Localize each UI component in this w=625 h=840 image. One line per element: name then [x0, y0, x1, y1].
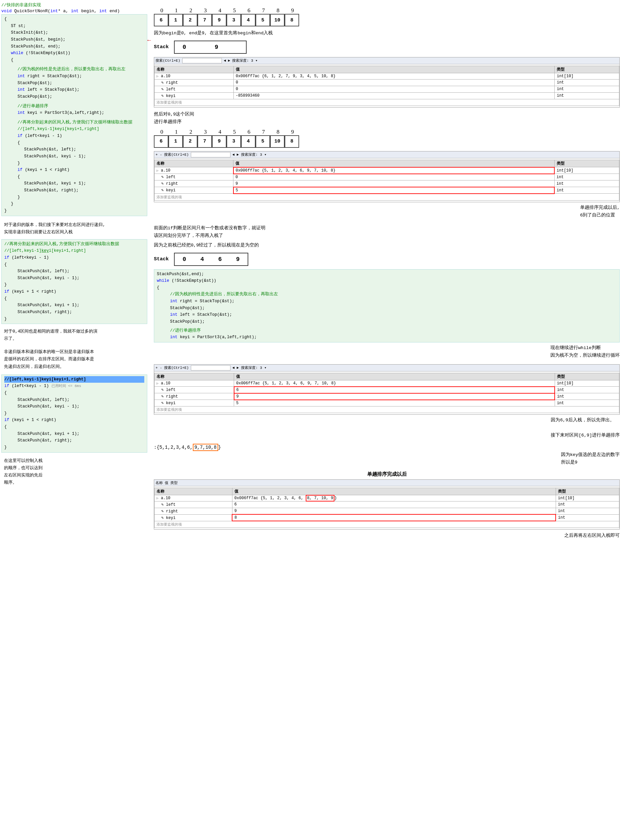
annotation-stack-empty: 因为之前栈已经把0,9经过了，所以栈现在是为空的 [154, 242, 620, 250]
debugger-4: 名称 值 类型 名称 值 类型 ▷ a.10 0x006ff7ac {5, 1,… [154, 479, 620, 530]
table-row: ✎ left 6 int [154, 501, 619, 508]
array-section-2: 0 1 2 3 4 5 6 7 8 9 6 1 2 7 9 3 4 5 10 [154, 129, 620, 148]
annotation-single-done: 单趟排序完成以后,6到了自己的位置 [580, 204, 620, 219]
table-row: ✎ right 0 int [154, 79, 619, 86]
section-title: //快排的非递归实现 [1, 2, 147, 8]
add-watch-row[interactable]: 添加要监视的项 [154, 406, 619, 413]
add-watch-row[interactable]: 添加要监视的项 [154, 99, 619, 105]
add-watch-row[interactable]: 添加要监视的项 [154, 521, 619, 528]
annotation-recursive: 对于递归的版本，我们接下来要对左右区间进行递归, 实现非递归我们就要让左右区间入… [1, 220, 147, 237]
array-values-top: 6 1 2 7 9 3 4 5 10 8 [154, 14, 620, 26]
array-indices-hw2: 0 1 2 3 4 5 6 7 8 9 [154, 129, 620, 135]
debugger-2: + - 搜索(Ctrl+E) ◄ ► 搜索深度: 3 ▾ 名称 值 类型 ▷ a… [154, 151, 620, 202]
debugger-1-table: 名称 值 类型 ▷ a.10 0x006ff7ac {6, 1, 2, 7, 9… [154, 66, 619, 106]
annotation-control: 在这里可以控制入栈 的顺序，也可以达到 左右区间实现的先后 顺序。 [1, 456, 147, 488]
annotation-key9: 因为key值选的是左边的数字所以是9 [561, 451, 620, 466]
table-row: ✎ keyi 5 int [154, 187, 619, 194]
annotation-begin-end: 因为begin是0, end是9, 在这里首先将begin和end入栈 [154, 30, 620, 37]
table-row: ▷ a.10 0x006ff7ac {6, 1, 2, 7, 9, 3, 4, … [154, 73, 619, 79]
table-row: ✎ right 9 int [154, 180, 619, 187]
debugger-2-table: 名称 值 类型 ▷ a.10 0x006ff7ac {5, 1, 2, 3, 4… [154, 160, 619, 201]
code-while-section: StackPush(&st,end); while (!StackEmpty(&… [154, 269, 620, 343]
add-watch-row[interactable]: 添加要监视的项 [154, 194, 619, 201]
table-row: ✎ keyi 5 int [154, 400, 619, 406]
table-row: ✎ left 6 int [154, 387, 619, 393]
annotation-single-sort: 然后对0,9这个区间进行单趟排序 [154, 111, 620, 126]
debugger-1-search-input[interactable] [182, 58, 222, 64]
debugger-2-search-input[interactable] [191, 152, 230, 157]
table-row: ✎ left 0 int [154, 86, 619, 92]
single-sort-done-title: 单趟排序完成以后 [154, 471, 620, 477]
table-row: ▷ a.10 0x006ff7ac {5, 1, 2, 3, 4, 6, 9, … [154, 380, 619, 387]
table-row: ✎ keyi 8 int [154, 515, 619, 521]
debugger-2-searchbar: + - 搜索(Ctrl+E) ◄ ► 搜索深度: 3 ▾ [154, 152, 619, 158]
array-section-top: 0 1 2 3 4 5 6 7 8 9 6 1 2 7 9 3 4 5 [154, 7, 620, 26]
right-column: 0 1 2 3 4 5 6 7 8 9 6 1 2 7 9 3 4 5 [149, 0, 625, 544]
debugger-3-searchbar: + - 搜索(Ctrl+E) ◄ ► 搜索深度: 3 ▾ [154, 364, 619, 372]
code-block-final: //[left,keyi-1]keyi[keyi+1,right] if (le… [1, 375, 147, 453]
array-values-2: 6 1 2 7 9 3 4 5 10 8 [154, 135, 620, 148]
annotation-04: 对于0,4区间也是相同的道理，我就不做过多的演 示了。 [1, 327, 147, 344]
page-container: //快排的非递归实现 void QuickSortNonR(int* a, in… [0, 0, 625, 544]
table-row: ✎ keyi -858993460 int [154, 92, 619, 99]
function-header: void QuickSortNonR(int* a, int begin, in… [1, 9, 147, 14]
annotation-while: 现在继续进行while判断 因为栈不为空，所以继续进行循环 [550, 344, 620, 360]
annotation-pop69: 因为6,9后入栈，所以先弹出。 接下来对区间[6,9]进行单趟排序 [551, 417, 620, 439]
table-row: ✎ right 9 int [154, 508, 619, 515]
table-row: ✎ right 9 int [154, 393, 619, 400]
annotation-diff: 非递归版本和递归版本的唯一区别是非递归版本 是循环的右区间，在排序左区间。而递归… [1, 347, 147, 372]
table-row: ▷ a.10 0x006ff7ac {5, 1, 2, 3, 4, 6, 9, … [154, 167, 619, 174]
function-name: QuickSortNonR( [14, 9, 50, 14]
left-column: //快排的非递归实现 void QuickSortNonR(int* a, in… [0, 0, 149, 544]
code-block-main: { ST st; StackInit(&st); StackPush(&st, … [1, 14, 147, 216]
debugger-3-table: 名称 值 类型 ▷ a.10 0x006ff7ac {5, 1, 2, 3, 4… [154, 373, 619, 414]
array-indices-hw: 0 1 2 3 4 5 6 7 8 9 [154, 7, 620, 14]
annotation-push-lr: 之后再将左右区间入栈即可 [564, 532, 620, 540]
debugger-1: 搜索(Ctrl+E) ◄ ► 搜索深度: 3 ▾ 名称 值 类型 ▷ a.10 [154, 57, 620, 108]
stack-initial: Stack 0 9 [154, 40, 620, 54]
array-sequence: :{5,1,2,3,4,6,9,7,10,8} [154, 445, 620, 450]
stack-after: Stack 0 4 6 9 [154, 253, 620, 266]
code-block-push: //再将分割起来的区间入栈,方便我们下次循环继续取出数据 //[left,key… [1, 239, 147, 324]
debugger-3: + - 搜索(Ctrl+E) ◄ ► 搜索深度: 3 ▾ 名称 值 类型 ▷ a… [154, 364, 620, 415]
table-row: ▷ a.10 0x006ff7ac {5, 1, 2, 3, 4, 6, 8, … [154, 495, 619, 501]
debugger-3-search-input[interactable] [191, 365, 230, 370]
debugger-4-table: 名称 值 类型 ▷ a.10 0x006ff7ac {5, 1, 2, 3, 4… [154, 488, 619, 528]
annotation-judge: 前面的if判断是区间只有一个数或者没有数字，就证明 该区间划分完毕了，不用再入栈… [154, 225, 620, 240]
debugger-4-searchbar: 名称 值 类型 [154, 480, 619, 486]
table-row: ✎ left 0 int [154, 174, 619, 180]
debugger-1-searchbar: 搜索(Ctrl+E) ◄ ► 搜索深度: 3 ▾ [154, 57, 619, 64]
